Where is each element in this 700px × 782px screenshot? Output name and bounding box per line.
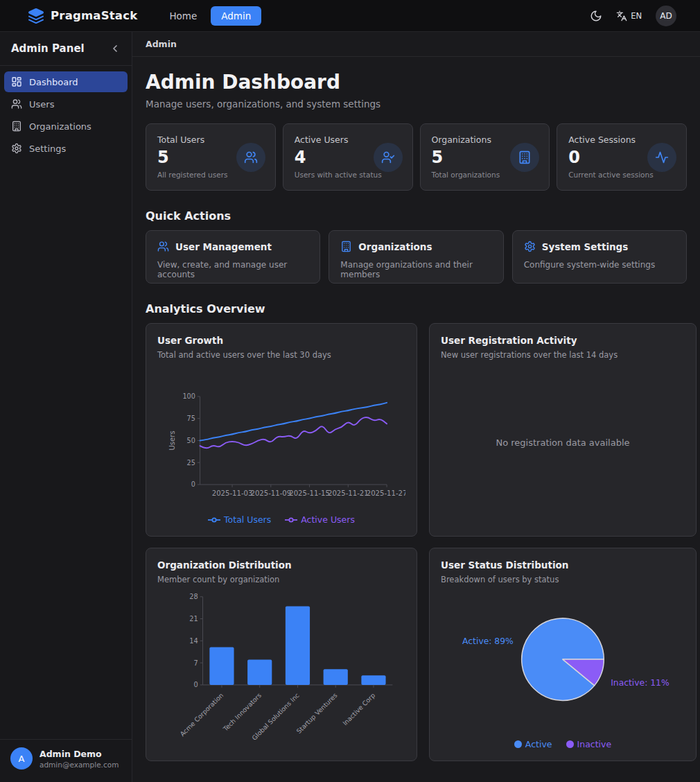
legend-item-inactive: Inactive xyxy=(566,739,612,749)
breadcrumb[interactable]: Admin xyxy=(146,39,177,49)
user-check-icon xyxy=(374,143,403,172)
stat-card-active-users: Active Users 4 Users with active status xyxy=(283,123,413,191)
analytics-heading: Analytics Overview xyxy=(146,302,687,315)
user-name: Admin Demo xyxy=(40,749,119,759)
svg-text:75: 75 xyxy=(187,415,195,422)
line-chart-legend: Total Users Active Users xyxy=(208,514,355,525)
org-distribution-card: Organization Distribution Member count b… xyxy=(146,548,417,761)
brand-name: PragmaStack xyxy=(51,9,137,22)
user-menu-avatar[interactable]: AD xyxy=(656,6,676,26)
layers-logo-icon xyxy=(28,8,44,24)
sidebar-item-dashboard[interactable]: Dashboard xyxy=(4,71,128,92)
svg-text:7: 7 xyxy=(194,659,198,666)
qa-description: View, create, and manage user accounts xyxy=(157,260,308,279)
nav-links: Home Admin xyxy=(162,6,261,26)
svg-text:50: 50 xyxy=(187,437,195,444)
svg-text:0: 0 xyxy=(191,480,195,488)
building-icon xyxy=(340,241,352,252)
main-content: Admin Admin Dashboard Manage users, orga… xyxy=(132,32,700,782)
svg-text:2025-11-21: 2025-11-21 xyxy=(328,489,369,497)
sidebar-item-organizations[interactable]: Organizations xyxy=(4,116,128,137)
page-title: Admin Dashboard xyxy=(146,71,687,94)
sidebar-item-label: Dashboard xyxy=(29,77,78,87)
languages-icon xyxy=(616,10,627,21)
sidebar-item-label: Settings xyxy=(29,144,66,154)
svg-text:14: 14 xyxy=(189,636,198,644)
sidebar-nav: Dashboard Users Organizations Settings xyxy=(0,66,132,739)
building-icon xyxy=(11,121,22,132)
page-subtitle: Manage users, organizations, and system … xyxy=(146,98,687,110)
qa-title: User Management xyxy=(175,241,272,252)
quick-action-system-settings[interactable]: System Settings Configure system-wide se… xyxy=(512,230,687,284)
stat-description: Users with active status xyxy=(295,171,401,179)
legend-item-active-users: Active Users xyxy=(285,514,355,525)
building-icon xyxy=(510,143,539,172)
org-distribution-chart: 07142128Acme CorporationTech InnovatorsG… xyxy=(159,590,403,745)
chart-subtitle: Breakdown of users by status xyxy=(441,575,685,584)
svg-text:Users: Users xyxy=(168,431,176,450)
charts-grid: User Growth Total and active users over … xyxy=(146,323,687,772)
svg-text:Inactive Corp: Inactive Corp xyxy=(341,691,376,727)
sidebar-item-settings[interactable]: Settings xyxy=(4,138,128,159)
user-status-pie-chart: Active: 89%Inactive: 11% xyxy=(441,595,685,733)
svg-text:2025-11-03: 2025-11-03 xyxy=(212,489,253,497)
legend-item-total-users: Total Users xyxy=(208,514,271,525)
dashboard-icon xyxy=(11,76,22,87)
chart-title: User Status Distribution xyxy=(441,559,685,571)
svg-text:100: 100 xyxy=(183,392,195,400)
qa-title: System Settings xyxy=(542,241,629,252)
legend-item-active: Active xyxy=(514,739,552,749)
svg-text:21: 21 xyxy=(189,615,198,623)
settings-gear-icon xyxy=(11,143,22,154)
users-icon xyxy=(11,98,22,110)
svg-text:2025-11-09: 2025-11-09 xyxy=(250,489,291,497)
activity-icon xyxy=(647,143,676,172)
chart-title: Organization Distribution xyxy=(157,559,405,571)
svg-text:Acme Corporation: Acme Corporation xyxy=(178,691,225,738)
sidebar-item-label: Users xyxy=(29,99,54,110)
moon-icon[interactable] xyxy=(590,10,602,22)
user-growth-chart: 02550751002025-11-032025-11-092025-11-15… xyxy=(157,391,405,506)
users-icon xyxy=(157,241,169,252)
sidebar-user[interactable]: A Admin Demo admin@example.com xyxy=(0,739,132,782)
registration-activity-card: User Registration Activity New user regi… xyxy=(429,323,697,537)
language-switcher[interactable]: EN xyxy=(616,10,642,21)
user-email: admin@example.com xyxy=(40,761,119,769)
chart-subtitle: Total and active users over the last 30 … xyxy=(157,350,405,360)
nav-link-admin[interactable]: Admin xyxy=(211,6,261,26)
qa-description: Manage organizations and their members xyxy=(340,260,491,279)
quick-actions-row: User Management View, create, and manage… xyxy=(146,230,687,284)
svg-text:28: 28 xyxy=(189,593,198,600)
qa-title: Organizations xyxy=(358,241,432,252)
stat-card-active-sessions: Active Sessions 0 Current active session… xyxy=(557,123,687,191)
qa-description: Configure system-wide settings xyxy=(524,260,675,270)
svg-text:2025-11-15: 2025-11-15 xyxy=(289,489,330,497)
chart-title: User Registration Activity xyxy=(441,335,685,346)
admin-sidebar: Admin Panel Dashboard Users xyxy=(0,32,132,782)
svg-text:Inactive: 11%: Inactive: 11% xyxy=(611,678,670,688)
language-label: EN xyxy=(631,11,642,21)
svg-text:Active: 89%: Active: 89% xyxy=(462,636,514,646)
sidebar-item-users[interactable]: Users xyxy=(4,94,128,114)
sidebar-title: Admin Panel xyxy=(11,42,85,55)
empty-state-message: No registration data available xyxy=(441,360,685,525)
settings-gear-icon xyxy=(524,241,536,252)
user-growth-card: User Growth Total and active users over … xyxy=(146,323,417,537)
stat-card-organizations: Organizations 5 Total organizations xyxy=(420,123,550,191)
svg-text:2025-11-27: 2025-11-27 xyxy=(367,489,405,497)
top-navbar: PragmaStack Home Admin EN AD xyxy=(0,0,700,32)
chart-subtitle: Member count by organization xyxy=(157,575,405,584)
nav-link-home[interactable]: Home xyxy=(162,6,204,26)
stat-description: Current active sessions xyxy=(568,171,675,179)
svg-text:Tech Innovators: Tech Innovators xyxy=(221,691,263,733)
breadcrumb-bar: Admin xyxy=(132,32,700,57)
quick-action-organizations[interactable]: Organizations Manage organizations and t… xyxy=(329,230,503,284)
quick-action-user-management[interactable]: User Management View, create, and manage… xyxy=(146,230,320,284)
pie-legend: Active Inactive xyxy=(514,739,611,749)
brand[interactable]: PragmaStack xyxy=(28,8,137,24)
sidebar-collapse-icon[interactable] xyxy=(110,43,121,54)
user-status-card: User Status Distribution Breakdown of us… xyxy=(429,548,697,761)
stat-card-total-users: Total Users 5 All registered users xyxy=(146,123,276,191)
stats-row: Total Users 5 All registered users Activ… xyxy=(146,123,687,191)
quick-actions-heading: Quick Actions xyxy=(146,209,687,223)
